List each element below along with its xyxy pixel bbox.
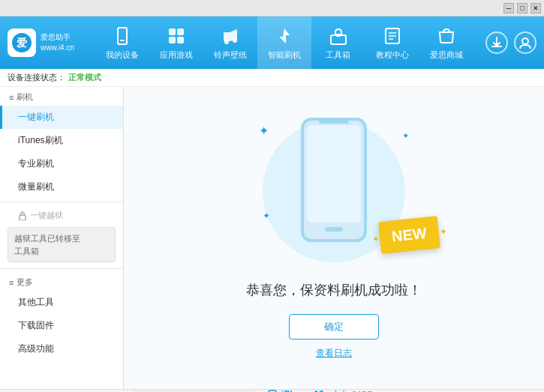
nav-item-tutorial[interactable]: 教程中心 — [365, 16, 419, 69]
nav-item-ringtones[interactable]: 铃声壁纸 — [203, 16, 257, 69]
nav-label-tutorial: 教程中心 — [376, 49, 409, 61]
nav-item-mall[interactable]: 爱思商城 — [419, 16, 473, 69]
sidebar-label-other-tools: 其他工具 — [18, 297, 54, 307]
confirm-button[interactable]: 确定 — [289, 314, 379, 340]
user-button[interactable] — [514, 31, 536, 54]
new-badge-wrap: ✦ NEW ✦ — [380, 219, 439, 251]
sidebar-section-more: ≡ 更多 — [0, 272, 123, 291]
nav-icon-mall — [436, 25, 457, 46]
main-container: ≡ 刷机 一键刷机 iTunes刷机 专业刷机 微量刷机 一键越狱 越狱工具已转… — [0, 87, 544, 389]
sidebar-label-micro-flash: 微量刷机 — [18, 181, 54, 192]
svg-text:爱: 爱 — [17, 37, 27, 49]
nav-right-buttons — [485, 31, 536, 54]
sidebar-item-one-click-flash[interactable]: 一键刷机 — [0, 106, 123, 129]
sidebar-jailbreak-notice: 越狱工具已转移至工具箱 — [8, 227, 116, 262]
sidebar-section-more-label: 更多 — [17, 277, 33, 288]
nav-icon-smart-flash — [274, 25, 295, 46]
device-info: iPhone 12 mini 64GB Down-12mini-13,1 — [260, 389, 377, 392]
sidebar-section-flash: ≡ 刷机 — [0, 87, 123, 106]
logo-name: 爱思助手 — [41, 32, 74, 43]
svg-rect-4 — [169, 28, 176, 35]
phone-svg — [296, 116, 371, 244]
confirm-button-label: 确定 — [324, 320, 344, 334]
logo-icon: 爱 — [8, 28, 36, 57]
close-button[interactable]: ✕ — [530, 3, 541, 13]
nav-icon-ringtones — [220, 25, 241, 46]
device-name: iPhone 12 mini — [281, 389, 345, 392]
header: 爱 爱思助手 www.i4.cn 我的设备 — [0, 16, 544, 69]
svg-rect-19 — [20, 215, 26, 220]
sparkle-top-right: ✦ — [402, 131, 409, 141]
svg-point-10 — [224, 40, 229, 44]
phone-wrap: ✦ NEW ✦ ✦ ✦ ✦ — [251, 116, 416, 244]
nav-item-apps-games[interactable]: 应用游戏 — [149, 16, 203, 69]
svg-rect-2 — [118, 28, 127, 44]
connection-label: 设备连接状态： — [8, 72, 65, 83]
download-button[interactable] — [485, 31, 508, 54]
sidebar-divider-1 — [0, 202, 123, 202]
svg-rect-7 — [177, 37, 184, 43]
content-area: ✦ NEW ✦ ✦ ✦ ✦ 恭喜您，保资料刷机成功啦！ 确定 查看日志 — [124, 87, 544, 389]
sidebar-item-download-firmware[interactable]: 下载固件 — [0, 314, 123, 337]
nav-label-smart-flash: 智能刷机 — [268, 49, 301, 61]
sparkle-bottom-left: ✦ — [263, 211, 270, 221]
minimize-button[interactable]: ─ — [503, 3, 514, 13]
sidebar-item-micro-flash[interactable]: 微量刷机 — [0, 175, 123, 199]
sidebar-section-flash-icon: ≡ — [9, 93, 14, 102]
nav-label-my-device: 我的设备 — [106, 49, 139, 61]
nav-item-toolbox[interactable]: 工具箱 — [311, 16, 365, 69]
nav-item-my-device[interactable]: 我的设备 — [95, 16, 149, 69]
sidebar-item-itunes-flash[interactable]: iTunes刷机 — [0, 129, 123, 152]
nav-label-ringtones: 铃声壁纸 — [214, 49, 247, 61]
sidebar-item-advanced[interactable]: 高级功能 — [0, 337, 123, 361]
connection-status-bar: 设备连接状态： 正常模式 — [0, 69, 544, 87]
nav-item-smart-flash[interactable]: 智能刷机 — [257, 16, 311, 69]
sidebar-label-pro-flash: 专业刷机 — [18, 158, 54, 169]
locked-label: 一键越狱 — [30, 210, 63, 221]
title-bar: ─ □ ✕ — [0, 0, 544, 16]
sidebar-section-flash-label: 刷机 — [17, 91, 33, 103]
sidebar-item-other-tools[interactable]: 其他工具 — [0, 291, 123, 314]
svg-rect-22 — [325, 227, 343, 232]
nav-label-apps-games: 应用游戏 — [160, 49, 193, 61]
nav-icon-toolbox — [328, 25, 349, 46]
svg-point-18 — [522, 38, 528, 44]
success-text: 恭喜您，保资料刷机成功啦！ — [246, 281, 422, 299]
maximize-button[interactable]: □ — [517, 3, 527, 13]
sidebar-locked-jailbreak: 一键越狱 — [0, 205, 123, 224]
window-controls[interactable]: ─ □ ✕ — [503, 3, 541, 13]
sidebar-label-itunes-flash: iTunes刷机 — [18, 135, 63, 145]
device-icon — [268, 390, 277, 392]
svg-rect-23 — [319, 121, 349, 124]
daily-log-link[interactable]: 查看日志 — [316, 347, 352, 360]
nav-icon-my-device — [112, 25, 133, 46]
svg-rect-6 — [169, 37, 176, 43]
sparkle-top-left: ✦ — [259, 124, 269, 138]
svg-point-11 — [233, 38, 237, 43]
nav-label-toolbox: 工具箱 — [326, 49, 350, 61]
nav-icon-apps-games — [166, 25, 187, 46]
sidebar-section-more-icon: ≡ — [9, 278, 14, 287]
sidebar-divider-2 — [0, 268, 123, 269]
sidebar: ≡ 刷机 一键刷机 iTunes刷机 专业刷机 微量刷机 一键越狱 越狱工具已转… — [0, 87, 124, 389]
sidebar-item-pro-flash[interactable]: 专业刷机 — [0, 152, 123, 175]
sidebar-label-one-click-flash: 一键刷机 — [18, 112, 54, 122]
svg-rect-21 — [307, 125, 361, 223]
connection-value: 正常模式 — [68, 72, 101, 83]
nav-label-mall: 爱思商城 — [430, 49, 463, 61]
sidebar-label-download-firmware: 下载固件 — [18, 320, 54, 331]
nav-icon-tutorial — [382, 25, 403, 46]
bottom-bar: i 阻止iTunes运行 自动敦遥 跳过向导 iPhone 12 mini 64… — [0, 389, 544, 392]
svg-rect-3 — [120, 40, 125, 41]
sidebar-label-advanced: 高级功能 — [18, 343, 54, 354]
nav-bar: 我的设备 应用游戏 铃声壁纸 — [83, 16, 485, 69]
new-badge-text: NEW — [391, 225, 428, 245]
logo-url: www.i4.cn — [41, 43, 74, 53]
phone-illustration: ✦ NEW ✦ ✦ ✦ ✦ — [251, 116, 416, 266]
svg-rect-13 — [336, 34, 341, 37]
logo-area: 爱 爱思助手 www.i4.cn — [8, 28, 83, 57]
logo-text: 爱思助手 www.i4.cn — [41, 32, 74, 53]
svg-rect-5 — [177, 28, 184, 35]
